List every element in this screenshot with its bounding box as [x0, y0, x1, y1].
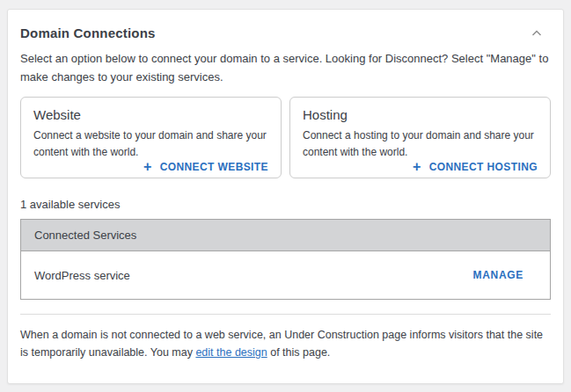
note-text-after: of this page.: [267, 346, 331, 359]
website-card-title: Website: [33, 107, 268, 122]
under-construction-note: When a domain is not connected to a web …: [20, 326, 551, 361]
panel-header: Domain Connections: [20, 25, 551, 40]
hosting-card-title: Hosting: [303, 107, 538, 122]
connection-options: Website Connect a website to your domain…: [20, 97, 551, 178]
collapse-button[interactable]: [528, 28, 545, 39]
panel-title: Domain Connections: [20, 25, 156, 40]
panel-description: Select an option below to connect your d…: [20, 49, 551, 86]
table-header: Connected Services: [21, 220, 550, 251]
website-card: Website Connect a website to your domain…: [20, 97, 282, 178]
hosting-card-description: Connect a hosting to your domain and sha…: [303, 127, 538, 161]
plus-icon: +: [413, 162, 421, 172]
connect-hosting-label: CONNECT HOSTING: [429, 161, 538, 173]
divider: [20, 314, 551, 315]
chevron-up-icon: [531, 30, 542, 37]
service-name: WordPress service: [34, 269, 130, 282]
hosting-card: Hosting Connect a hosting to your domain…: [289, 97, 551, 178]
connected-services-table: Connected Services WordPress service MAN…: [20, 219, 551, 300]
connect-website-label: CONNECT WEBSITE: [160, 161, 268, 173]
connect-website-button[interactable]: + CONNECT WEBSITE: [143, 161, 268, 173]
edit-design-link[interactable]: edit the design: [195, 346, 267, 359]
available-services-count: 1 available services: [20, 198, 551, 211]
domain-connections-panel: Domain Connections Select an option belo…: [7, 9, 564, 384]
table-row: WordPress service MANAGE: [21, 251, 550, 299]
website-card-description: Connect a website to your domain and sha…: [33, 127, 268, 161]
manage-button[interactable]: MANAGE: [472, 269, 523, 281]
plus-icon: +: [143, 162, 152, 172]
connect-hosting-button[interactable]: + CONNECT HOSTING: [413, 161, 538, 173]
